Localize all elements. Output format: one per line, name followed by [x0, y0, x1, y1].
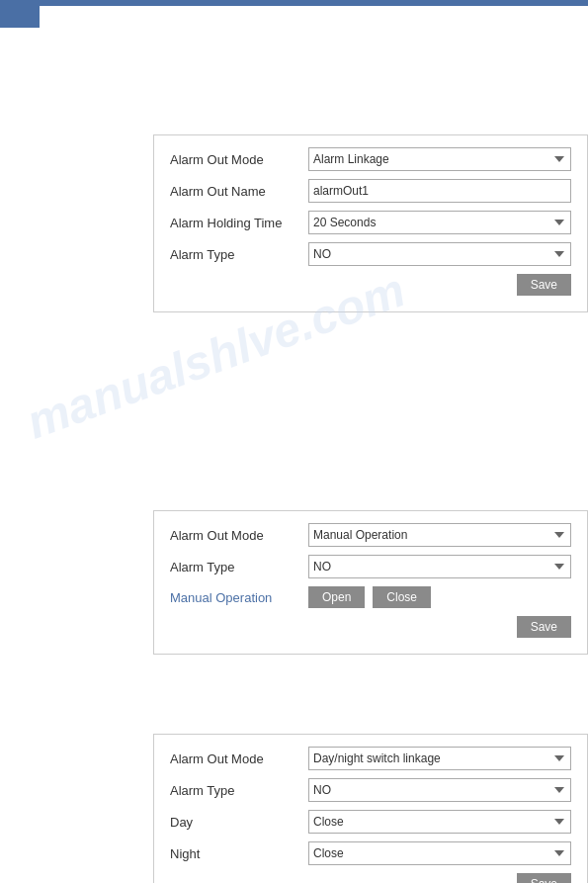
section1-label-type: Alarm Type — [170, 247, 308, 262]
section1-row-mode: Alarm Out Mode Alarm Linkage Manual Oper… — [170, 147, 571, 171]
section1-container: Alarm Out Mode Alarm Linkage Manual Oper… — [153, 134, 588, 312]
section1-row-name: Alarm Out Name — [170, 179, 571, 203]
section2-save-button[interactable]: Save — [517, 616, 571, 638]
section3-label-night: Night — [170, 846, 308, 861]
section3-row-type: Alarm Type NO NC — [170, 778, 571, 802]
section2-select-mode[interactable]: Alarm Linkage Manual Operation Day/night… — [308, 523, 571, 547]
section3-select-night[interactable]: Open Close — [308, 841, 571, 865]
section3-row-day: Day Open Close — [170, 810, 571, 834]
section1-label-mode: Alarm Out Mode — [170, 152, 308, 167]
section1-select-holding[interactable]: 5 Seconds 10 Seconds 20 Seconds 30 Secon… — [308, 211, 571, 234]
section3-select-mode[interactable]: Alarm Linkage Manual Operation Day/night… — [308, 747, 571, 770]
section1-save-row: Save — [170, 274, 571, 296]
section2-close-button[interactable]: Close — [373, 586, 431, 608]
section2-container: Alarm Out Mode Alarm Linkage Manual Oper… — [153, 510, 588, 655]
section2-label-mode: Alarm Out Mode — [170, 528, 308, 543]
section2-label-type: Alarm Type — [170, 560, 308, 574]
top-bar — [0, 0, 588, 6]
watermark: manualshlve.com — [20, 297, 317, 449]
section1-row-type: Alarm Type NO NC — [170, 242, 571, 266]
section3-row-mode: Alarm Out Mode Alarm Linkage Manual Oper… — [170, 747, 571, 770]
section1-panel: Alarm Out Mode Alarm Linkage Manual Oper… — [153, 134, 588, 312]
section1-save-button[interactable]: Save — [517, 274, 571, 296]
section2-row-type: Alarm Type NO NC — [170, 555, 571, 578]
section3-select-type[interactable]: NO NC — [308, 778, 571, 802]
section3-select-day[interactable]: Open Close — [308, 810, 571, 834]
section3-save-button[interactable]: Save — [517, 873, 571, 883]
section3-row-night: Night Open Close — [170, 841, 571, 865]
section1-select-type[interactable]: NO NC — [308, 242, 571, 266]
blue-tab — [0, 0, 40, 28]
section1-select-mode[interactable]: Alarm Linkage Manual Operation Day/night… — [308, 147, 571, 171]
section3-container: Alarm Out Mode Alarm Linkage Manual Oper… — [153, 734, 588, 883]
section1-input-name[interactable] — [308, 179, 571, 203]
section3-label-mode: Alarm Out Mode — [170, 751, 308, 766]
section2-panel: Alarm Out Mode Alarm Linkage Manual Oper… — [153, 510, 588, 655]
section2-select-type[interactable]: NO NC — [308, 555, 571, 578]
section1-label-holding: Alarm Holding Time — [170, 216, 308, 230]
section3-label-type: Alarm Type — [170, 783, 308, 798]
section3-label-day: Day — [170, 815, 308, 830]
section2-manual-buttons: Open Close — [308, 586, 435, 608]
section1-row-holding: Alarm Holding Time 5 Seconds 10 Seconds … — [170, 211, 571, 234]
section2-row-manual: Manual Operation Open Close — [170, 586, 571, 608]
section2-open-button[interactable]: Open — [308, 586, 365, 608]
section3-panel: Alarm Out Mode Alarm Linkage Manual Oper… — [153, 734, 588, 883]
section3-save-row: Save — [170, 873, 571, 883]
section1-label-name: Alarm Out Name — [170, 184, 308, 199]
section2-label-manual: Manual Operation — [170, 590, 308, 605]
section2-save-row: Save — [170, 616, 571, 638]
section2-row-mode: Alarm Out Mode Alarm Linkage Manual Oper… — [170, 523, 571, 547]
